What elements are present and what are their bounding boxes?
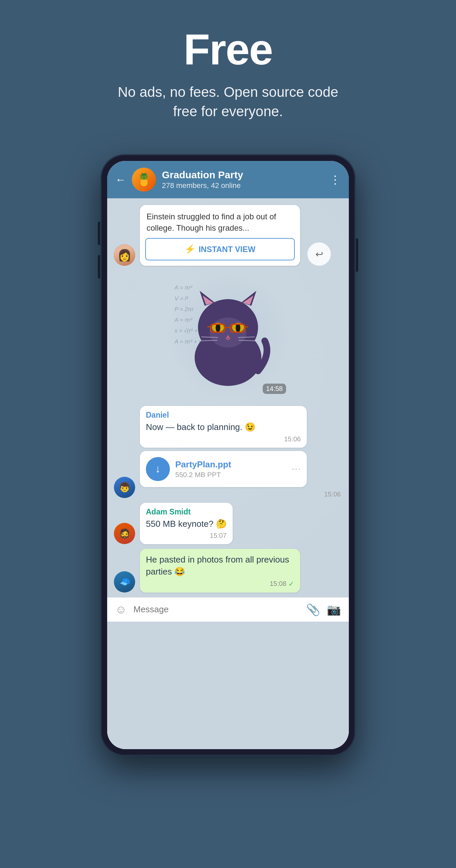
file-info: PartyPlan.ppt 550.2 MB PPT [175, 459, 286, 479]
user-avatar-adam: 🧔 [114, 523, 135, 544]
lightning-icon: ⚡ [185, 244, 195, 254]
message-time-adam: 15:07 [210, 532, 227, 539]
link-preview-bubble: Einstein struggled to find a job out of … [140, 205, 300, 266]
message-bubble-own: He pasted in photos from all previous pa… [140, 549, 300, 593]
chat-input-bar: ☺ 📎 📷 [107, 597, 349, 622]
hero-title: Free [111, 27, 345, 72]
group-avatar: 🍍 [132, 167, 156, 192]
message-time-own: 15:08 [270, 580, 286, 588]
message-row-adam: 🧔 Adam Smidt 550 MB keynote? 🤔 15:07 [114, 503, 342, 544]
back-button[interactable]: ← [115, 174, 126, 186]
message-text-adam: 550 MB keynote? 🤔 [146, 518, 227, 530]
chat-header: ← 🍍 Graduation Party 278 members, 42 onl… [107, 161, 349, 198]
file-size: 550.2 MB PPT [175, 471, 286, 479]
forward-button[interactable]: ↩ [307, 242, 331, 266]
message-bubble-daniel: Daniel Now — back to planning. 😉 15:06 [140, 406, 307, 447]
attach-button[interactable]: 📎 [306, 603, 320, 616]
group-members: 278 members, 42 online [162, 181, 324, 190]
phone-screen: ← 🍍 Graduation Party 278 members, 42 onl… [107, 161, 349, 749]
more-options-button[interactable]: ⋮ [330, 173, 341, 186]
instant-view-label: INSTANT VIEW [199, 245, 255, 254]
message-bubble-adam: Adam Smidt 550 MB keynote? 🤔 15:07 [140, 503, 233, 544]
message-row-link: 👩 Einstein struggled to find a job out o… [114, 205, 342, 266]
message-sender-daniel: Daniel [146, 411, 301, 420]
file-time: 15:06 [324, 490, 341, 498]
user-avatar-daniel: 👦 [114, 477, 135, 498]
message-text-own: He pasted in photos from all previous pa… [146, 554, 294, 578]
volume-down-button [98, 255, 100, 278]
sticker-time: 14:58 [263, 383, 286, 394]
message-sender-adam: Adam Smidt [146, 507, 227, 517]
message-text-daniel: Now — back to planning. 😉 [146, 421, 301, 433]
file-bubble: ↓ PartyPlan.ppt 550.2 MB PPT ⋯ [140, 451, 307, 487]
chat-body: 👩 Einstein struggled to find a job out o… [107, 198, 349, 749]
camera-button[interactable]: 📷 [327, 603, 341, 616]
hero-subtitle: No ads, no fees. Open source code free f… [111, 83, 345, 122]
phone-wrapper: ← 🍍 Graduation Party 278 members, 42 onl… [101, 155, 355, 755]
group-info: Graduation Party 278 members, 42 online [162, 169, 324, 190]
message-meta-own: 15:08 ✓ [146, 580, 294, 588]
user-avatar-girl: 👩 [114, 244, 135, 266]
file-name: PartyPlan.ppt [175, 459, 286, 470]
sticker-area: A = πr² V = l³ P = 2πr A = πr² s = √(r² … [114, 272, 342, 399]
link-preview-text: Einstein struggled to find a job out of … [140, 205, 300, 238]
cat-sticker [164, 272, 292, 399]
message-meta-adam: 15:07 [146, 532, 227, 539]
delivered-check-icon: ✓ [288, 580, 294, 588]
group-name: Graduation Party [162, 169, 324, 181]
volume-up-button [98, 222, 100, 245]
emoji-button[interactable]: ☺ [115, 603, 127, 616]
sticker-container: A = πr² V = l³ P = 2πr A = πr² s = √(r² … [164, 272, 292, 399]
message-meta-daniel: 15:06 [146, 435, 301, 443]
file-download-button[interactable]: ↓ [146, 457, 170, 481]
message-time-daniel: 15:06 [284, 435, 301, 443]
instant-view-button[interactable]: ⚡ INSTANT VIEW [145, 238, 295, 260]
hero-section: Free No ads, no fees. Open source code f… [98, 0, 358, 142]
file-more-button[interactable]: ⋯ [292, 463, 301, 474]
user-avatar-adam2: 🧢 [114, 571, 135, 593]
message-input[interactable] [133, 604, 299, 615]
power-button [356, 238, 358, 272]
phone-frame: ← 🍍 Graduation Party 278 members, 42 onl… [101, 155, 355, 755]
